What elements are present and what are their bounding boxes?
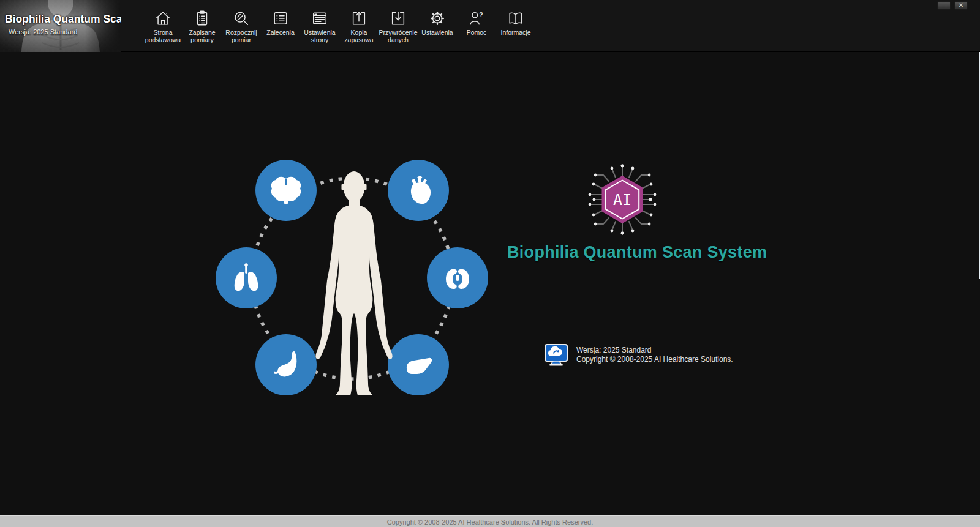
- kidneys-icon: [439, 260, 476, 296]
- restore-download-icon: [390, 10, 407, 27]
- monitor-cloud-icon: [544, 344, 568, 366]
- backup-upload-icon: [350, 10, 368, 27]
- organ-circle-stomach: [255, 334, 317, 395]
- toolbar-item-label: Zapisane pomiary: [183, 29, 222, 43]
- toolbar-item-pomoc[interactable]: ? Pomoc: [457, 0, 496, 52]
- organ-circle-heart: [388, 160, 449, 221]
- toolbar-item-rozpocznij-pomiar[interactable]: Rozpocznij pomiar: [222, 0, 261, 52]
- human-body-silhouette: [314, 170, 394, 398]
- toolbar-item-zalecenia[interactable]: Zalecenia: [261, 0, 300, 52]
- toolbar-item-label: Przywrócenie danych: [379, 29, 418, 43]
- title-toolbar: Biophilia Quantum Scan System Wersja: 20…: [0, 0, 980, 52]
- toolbar-item-ustawienia-strony[interactable]: Ustawienia strony: [300, 0, 339, 52]
- toolbar: Strona podstawowa Zapisane pomiary Rozpo…: [143, 0, 535, 52]
- header-brand: Biophilia Quantum Scan System Wersja: 20…: [0, 0, 121, 52]
- organ-circle-lungs: [216, 247, 277, 308]
- body-scan-illustration: [214, 153, 491, 399]
- help-person-icon: ?: [468, 10, 485, 27]
- window-controls: – ✕: [937, 1, 968, 10]
- scan-magnifier-icon: [233, 10, 250, 27]
- toolbar-item-label: Strona podstawowa: [143, 29, 183, 43]
- organ-circle-brain: [255, 160, 317, 221]
- ai-circuit-logo: AI: [583, 162, 662, 237]
- toolbar-item-label: Informacje: [500, 29, 530, 37]
- main-content: AI Biophilia Quantum Scan System Wersja:…: [0, 52, 980, 515]
- brand-shade: [0, 0, 121, 52]
- version-info: Wersja: 2025 Standard Copyright © 2008-2…: [544, 343, 733, 366]
- minimize-button[interactable]: –: [937, 1, 951, 10]
- toolbar-item-strona-podstawowa[interactable]: Strona podstawowa: [143, 0, 183, 52]
- close-button[interactable]: ✕: [954, 1, 968, 10]
- bullet-list-icon: [272, 10, 289, 27]
- hero-title: Biophilia Quantum Scan System: [507, 243, 747, 262]
- page-settings-icon: [311, 10, 328, 27]
- toolbar-item-label: Zalecenia: [266, 29, 295, 37]
- toolbar-item-label: Kopia zapasowa: [339, 29, 379, 43]
- toolbar-item-label: Rozpocznij pomiar: [222, 29, 261, 43]
- heart-icon: [400, 172, 437, 209]
- toolbar-item-kopia-zapasowa[interactable]: Kopia zapasowa: [339, 0, 379, 52]
- toolbar-item-zapisane-pomiary[interactable]: Zapisane pomiary: [183, 0, 222, 52]
- gear-icon: [429, 10, 446, 27]
- app-title: Biophilia Quantum Scan System: [5, 13, 121, 26]
- ai-logo-text: AI: [613, 191, 631, 209]
- statusbar-copyright: Copyright © 2008-2025 AI Healthcare Solu…: [387, 518, 593, 526]
- copyright-line: Copyright © 2008-2025 AI Healthcare Solu…: [576, 355, 733, 364]
- toolbar-item-label: Ustawienia: [421, 29, 453, 37]
- toolbar-item-ustawienia[interactable]: Ustawienia: [418, 0, 457, 52]
- open-book-icon: [507, 10, 524, 27]
- home-icon: [154, 10, 172, 27]
- toolbar-item-przywrocenie-danych[interactable]: Przywrócenie danych: [379, 0, 418, 52]
- toolbar-item-informacje[interactable]: Informacje: [496, 0, 535, 52]
- clipboard-icon: [194, 10, 211, 27]
- liver-icon: [400, 346, 437, 383]
- stomach-icon: [268, 346, 304, 383]
- app-version: Wersja: 2025 Standard: [9, 28, 77, 36]
- toolbar-item-label: Ustawienia strony: [300, 29, 339, 43]
- status-bar: Copyright © 2008-2025 AI Healthcare Solu…: [0, 515, 980, 527]
- svg-text:?: ?: [479, 12, 483, 18]
- app-window: Biophilia Quantum Scan System Wersja: 20…: [0, 0, 980, 527]
- organ-circle-liver: [388, 334, 449, 395]
- brain-icon: [268, 172, 304, 209]
- lungs-icon: [228, 260, 265, 296]
- toolbar-item-label: Pomoc: [467, 29, 487, 37]
- organ-circle-kidneys: [427, 247, 488, 308]
- version-line: Wersja: 2025 Standard: [576, 346, 733, 355]
